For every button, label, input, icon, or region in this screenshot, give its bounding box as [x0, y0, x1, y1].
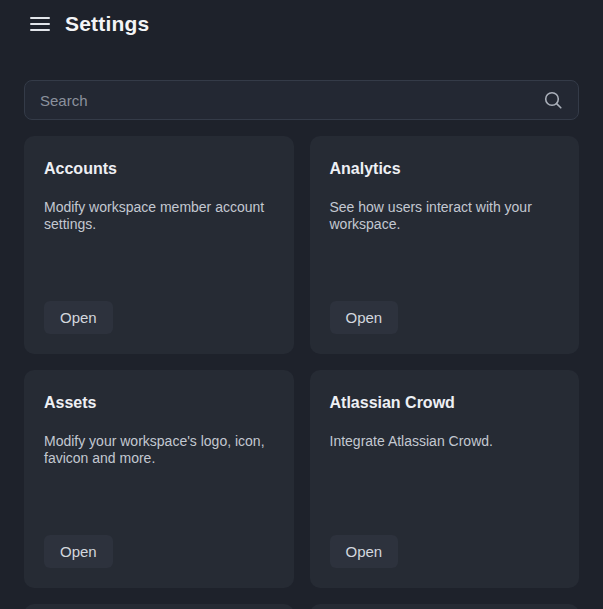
open-button-accounts[interactable]: Open: [44, 301, 113, 334]
hamburger-menu-icon[interactable]: [30, 17, 50, 32]
card-title: Assets: [44, 394, 274, 412]
card-partial: [310, 604, 580, 609]
search-bar: [24, 80, 579, 120]
card-atlassian-crowd: Atlassian Crowd Integrate Atlassian Crow…: [310, 370, 580, 588]
settings-page: Settings Accounts Modify workspace membe…: [0, 0, 603, 609]
header: Settings: [0, 0, 603, 48]
card-title: Accounts: [44, 160, 274, 178]
card-accounts: Accounts Modify workspace member account…: [24, 136, 294, 354]
open-button-assets[interactable]: Open: [44, 535, 113, 568]
cards-grid: Accounts Modify workspace member account…: [24, 136, 579, 609]
card-analytics: Analytics See how users interact with yo…: [310, 136, 580, 354]
search-icon: [543, 90, 563, 110]
card-description: Modify your workspace's logo, icon, favi…: [44, 433, 274, 467]
card-description: Modify workspace member account settings…: [44, 199, 274, 233]
card-assets: Assets Modify your workspace's logo, ico…: [24, 370, 294, 588]
card-description: Integrate Atlassian Crowd.: [330, 433, 560, 450]
card-description: See how users interact with your workspa…: [330, 199, 560, 233]
card-partial: [24, 604, 294, 609]
page-title: Settings: [65, 12, 149, 36]
card-title: Atlassian Crowd: [330, 394, 560, 412]
search-input[interactable]: [40, 92, 543, 109]
card-title: Analytics: [330, 160, 560, 178]
open-button-analytics[interactable]: Open: [330, 301, 399, 334]
open-button-atlassian-crowd[interactable]: Open: [330, 535, 399, 568]
